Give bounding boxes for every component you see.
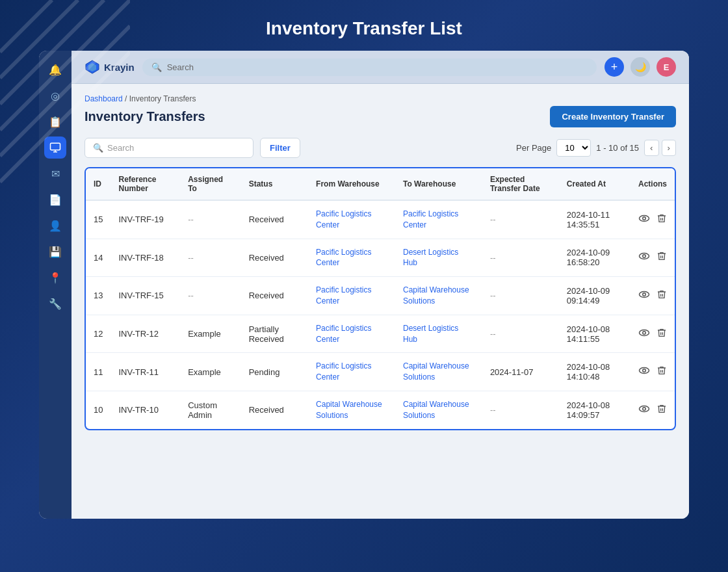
cell-to-warehouse: Capital Warehouse Solutions	[395, 353, 482, 391]
col-actions: Actions	[630, 168, 675, 200]
cell-expected-date: --	[482, 239, 559, 277]
cell-ref: INV-TR-12	[110, 315, 180, 353]
per-page-label: Per Page	[516, 143, 551, 153]
cell-status: Received	[241, 239, 308, 277]
header-actions: + 🌙 E	[604, 57, 676, 77]
add-button[interactable]: +	[604, 57, 624, 77]
cell-to-warehouse: Desert Logistics Hub	[395, 315, 482, 353]
create-inventory-transfer-button[interactable]: Create Inventory Transfer	[550, 106, 676, 127]
cell-id: 11	[86, 353, 110, 391]
cell-actions	[630, 391, 675, 428]
svg-point-13	[640, 254, 649, 259]
pagination-nav: ‹ ›	[644, 140, 676, 156]
cell-actions	[630, 200, 675, 239]
cell-to-warehouse: Desert Logistics Hub	[395, 239, 482, 277]
svg-point-18	[643, 331, 646, 334]
breadcrumb-current: Inventory Transfers	[129, 94, 196, 103]
search-icon: 🔍	[151, 62, 162, 72]
app-header: Krayin 🔍 Search + 🌙 E	[72, 51, 689, 84]
cell-status: Received	[241, 277, 308, 315]
cell-created-at: 2024-10-11 14:35:51	[559, 200, 630, 239]
cell-status: Received	[241, 391, 308, 428]
cell-from-warehouse: Pacific Logistics Center	[308, 353, 395, 391]
cell-ref: INV-TRF-18	[110, 239, 180, 277]
cell-actions	[630, 239, 675, 277]
cell-actions	[630, 315, 675, 353]
svg-line-3	[0, 0, 130, 130]
cell-expected-date: --	[482, 200, 559, 239]
cell-ref: INV-TRF-15	[110, 277, 180, 315]
next-page-button[interactable]: ›	[662, 140, 676, 156]
inventory-table: ID Reference Number Assigned To Status F…	[86, 168, 675, 429]
cell-assigned: --	[180, 277, 240, 315]
view-icon[interactable]	[638, 327, 650, 341]
view-icon[interactable]	[638, 289, 650, 303]
cell-assigned: Example	[180, 315, 240, 353]
dark-mode-toggle[interactable]: 🌙	[630, 57, 650, 77]
col-from: From Warehouse	[308, 168, 395, 200]
view-icon[interactable]	[638, 213, 650, 227]
section-header: Inventory Transfers Create Inventory Tra…	[84, 106, 676, 127]
table-row: 13 INV-TRF-15 -- Received Pacific Logist…	[86, 277, 675, 315]
cell-from-warehouse: Pacific Logistics Center	[308, 200, 395, 239]
cell-actions	[630, 277, 675, 315]
filter-bar: 🔍 Search Filter Per Page 10 25 50 1 - 10…	[84, 138, 676, 158]
cell-to-warehouse: Pacific Logistics Center	[395, 200, 482, 239]
cell-id: 14	[86, 239, 110, 277]
cell-ref: INV-TRF-19	[110, 200, 180, 239]
cell-to-warehouse: Capital Warehouse Solutions	[395, 277, 482, 315]
svg-point-19	[640, 368, 649, 374]
delete-icon[interactable]	[656, 328, 667, 341]
col-to: To Warehouse	[395, 168, 482, 200]
avatar[interactable]: E	[656, 57, 676, 77]
view-icon[interactable]	[638, 250, 650, 265]
pagination-info: Per Page 10 25 50 1 - 10 of 15 ‹ ›	[516, 139, 676, 157]
col-expected-date: Expected Transfer Date	[482, 168, 559, 200]
cell-from-warehouse: Capital Warehouse Solutions	[308, 391, 395, 428]
cell-id: 10	[86, 391, 110, 428]
header-search[interactable]: 🔍 Search	[142, 58, 597, 76]
sidebar-item-settings[interactable]: 🔧	[44, 292, 66, 315]
breadcrumb: Dashboard / Inventory Transfers	[84, 94, 676, 103]
sidebar-item-storage[interactable]: 💾	[44, 240, 66, 263]
cell-from-warehouse: Pacific Logistics Center	[308, 315, 395, 353]
app-container: 🔔 ◎ 📋 ✉ 📄 👤 💾 📍 🔧 Krayin 🔍	[39, 51, 689, 519]
delete-icon[interactable]	[656, 289, 667, 302]
svg-point-12	[643, 217, 646, 220]
cell-expected-date: 2024-11-07	[482, 353, 559, 391]
delete-icon[interactable]	[656, 251, 667, 264]
prev-page-button[interactable]: ‹	[644, 140, 658, 156]
sidebar-item-locations[interactable]: 📍	[44, 266, 66, 289]
col-assigned: Assigned To	[180, 168, 240, 200]
per-page-select[interactable]: 10 25 50	[556, 139, 591, 157]
cell-created-at: 2024-10-09 16:58:20	[559, 239, 630, 277]
cell-expected-date: --	[482, 277, 559, 315]
cell-status: Received	[241, 200, 308, 239]
cell-status: Partially Received	[241, 315, 308, 353]
search-placeholder: Search	[167, 62, 194, 72]
cell-ref: INV-TR-11	[110, 353, 180, 391]
delete-icon[interactable]	[656, 213, 667, 226]
cell-ref: INV-TR-10	[110, 391, 180, 428]
cell-id: 13	[86, 277, 110, 315]
cell-assigned: --	[180, 239, 240, 277]
cell-created-at: 2024-10-08 14:11:55	[559, 315, 630, 353]
view-icon[interactable]	[638, 365, 650, 379]
svg-line-0	[0, 0, 52, 52]
svg-point-20	[643, 369, 646, 372]
table-row: 15 INV-TRF-19 -- Received Pacific Logist…	[86, 200, 675, 239]
cell-expected-date: --	[482, 315, 559, 353]
col-created-at: Created At	[559, 168, 630, 200]
delete-icon[interactable]	[656, 404, 667, 417]
svg-point-16	[643, 293, 646, 296]
svg-point-21	[640, 406, 649, 411]
page-content: Dashboard / Inventory Transfers Inventor…	[72, 84, 689, 519]
cell-created-at: 2024-10-08 14:10:48	[559, 353, 630, 391]
sidebar-item-contacts[interactable]: 👤	[44, 214, 66, 237]
delete-icon[interactable]	[656, 365, 667, 378]
cell-id: 15	[86, 200, 110, 239]
cell-actions	[630, 353, 675, 391]
view-icon[interactable]	[638, 403, 650, 417]
table-row: 11 INV-TR-11 Example Pending Pacific Log…	[86, 353, 675, 391]
filter-button[interactable]: Filter	[260, 138, 300, 158]
